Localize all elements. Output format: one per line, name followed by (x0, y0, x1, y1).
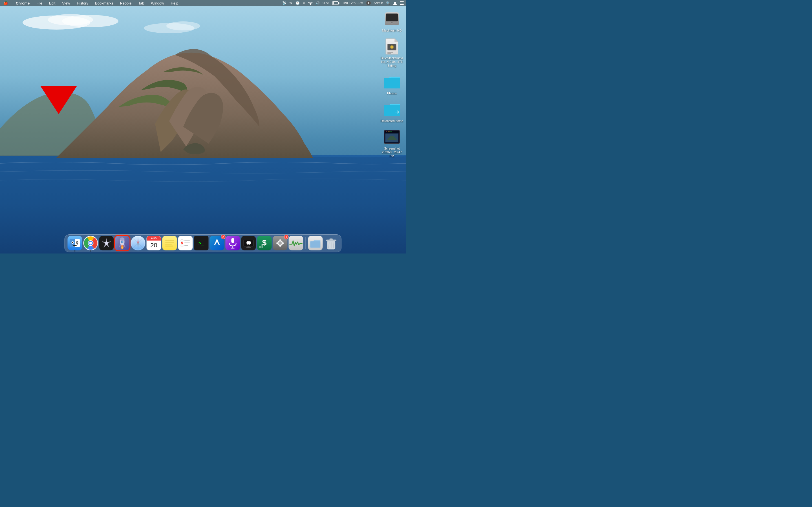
help-menu[interactable]: Help (170, 1, 180, 6)
file-menu[interactable]: File (35, 1, 43, 6)
wifi-icon[interactable] (308, 1, 313, 5)
user-profile-icon[interactable] (393, 1, 397, 5)
calendar-month: AUG (147, 236, 161, 240)
dock-icon-chrome[interactable] (84, 236, 98, 250)
view-menu[interactable]: View (61, 1, 71, 6)
svg-point-7 (310, 4, 310, 5)
dock-icon-appletv[interactable] (241, 236, 256, 250)
photos-icon (383, 73, 401, 91)
svg-rect-12 (400, 1, 404, 2)
time-machine-icon[interactable]: 🕐 (296, 1, 300, 5)
photos-label: Photos (387, 92, 397, 95)
svg-rect-10 (333, 2, 334, 4)
dock-icon-appstore[interactable]: 2 (210, 236, 224, 250)
svg-rect-90 (246, 247, 251, 248)
arrow-head (40, 86, 77, 114)
svg-rect-77 (185, 242, 190, 243)
svg-point-51 (105, 241, 108, 245)
svg-point-43 (72, 242, 73, 243)
dock-icon-reminders[interactable] (178, 236, 193, 250)
bluestacks-icon (383, 38, 401, 55)
appstore-badge: 2 (221, 235, 225, 239)
screenshot-icon (383, 128, 401, 146)
svg-rect-69 (165, 242, 174, 242)
svg-rect-26 (388, 53, 391, 54)
username[interactable]: Admin (373, 1, 383, 5)
airdrop-icon[interactable]: 📡 (282, 1, 287, 5)
dock-icon-safari[interactable] (131, 236, 146, 250)
svg-rect-20 (390, 16, 393, 16)
edit-menu[interactable]: Edit (48, 1, 56, 6)
dock-icon-activity[interactable] (289, 236, 303, 250)
desktop-icon-macintosh-hd[interactable]: Macintosh HD (380, 10, 403, 33)
svg-rect-80 (216, 242, 218, 243)
airplay-icon[interactable]: 👁 (289, 1, 293, 5)
dock-icon-sysprefs[interactable]: 1 (273, 236, 288, 250)
people-menu[interactable]: People (119, 1, 133, 6)
dock-icon-filemanager[interactable] (308, 236, 323, 250)
svg-rect-71 (165, 245, 173, 246)
finder-running-dot (74, 250, 75, 251)
battery-icon[interactable] (332, 1, 340, 5)
apple-menu[interactable]: 🍎 (2, 1, 9, 6)
svg-point-56 (121, 241, 123, 243)
svg-rect-76 (185, 240, 190, 240)
svg-point-88 (248, 241, 250, 242)
dock-separator (306, 237, 306, 249)
menu-list-icon[interactable] (400, 1, 404, 5)
svg-rect-32 (390, 131, 392, 132)
desktop-icon-screenshot[interactable]: Screenshot 2020-0...28.47 PM (380, 128, 403, 158)
macintosh-hd-label: Macintosh HD (382, 29, 402, 33)
dock-icon-podcasts[interactable] (225, 236, 240, 250)
desktop-wallpaper (0, 0, 406, 253)
volume-icon[interactable]: 🔊 (315, 1, 320, 5)
svg-rect-100 (276, 242, 278, 244)
desktop-icon-bluestacks[interactable]: BlueStacksInstaller_4.210....f735.dmg (380, 38, 403, 68)
svg-rect-19 (390, 15, 394, 15)
desktop-icons: Macintosh HD (380, 10, 403, 158)
svg-point-48 (89, 242, 92, 244)
macintosh-hd-icon (383, 10, 401, 28)
app-name-menu[interactable]: Chrome (15, 1, 31, 6)
dock-icon-terminal[interactable]: >_ (194, 236, 209, 250)
dock-icon-notes[interactable] (162, 236, 177, 250)
svg-rect-9 (339, 3, 340, 4)
svg-rect-67 (162, 236, 177, 250)
bookmarks-menu[interactable]: Bookmarks (94, 1, 114, 6)
svg-point-3 (62, 15, 118, 27)
svg-point-58 (121, 246, 123, 249)
sysprefs-badge: 1 (284, 235, 289, 239)
bluestacks-label: BlueStacksInstaller_4.210....f735.dmg (380, 56, 403, 68)
battery-percent: 20% (322, 1, 329, 5)
screenshot-label: Screenshot 2020-0...28.47 PM (380, 147, 403, 158)
svg-rect-98 (280, 239, 281, 241)
history-menu[interactable]: History (75, 1, 89, 6)
svg-rect-30 (386, 131, 388, 132)
desktop-icon-photos[interactable]: Photos (380, 73, 403, 95)
dock-icon-spotlight[interactable] (99, 236, 114, 250)
svg-point-18 (391, 22, 393, 23)
relocated-items-label: Relocated Items (380, 119, 403, 123)
menubar-left: 🍎 Chrome File Edit View History Bookmark… (2, 1, 179, 6)
bluetooth-icon[interactable]: ✳ (303, 1, 305, 5)
dock: AUG 20 (64, 234, 342, 252)
svg-point-44 (77, 242, 78, 243)
search-icon[interactable]: 🔍 (386, 1, 390, 5)
datetime[interactable]: Thu 12:53 PM (342, 1, 363, 5)
svg-point-54 (120, 237, 124, 241)
dock-icon-money[interactable]: $ (257, 236, 272, 250)
tab-menu[interactable]: Tab (137, 1, 145, 6)
svg-point-24 (391, 46, 393, 48)
dock-icon-trash[interactable] (324, 236, 339, 250)
dock-icon-finder[interactable] (68, 236, 82, 250)
dock-icon-calendar[interactable]: AUG 20 (147, 236, 161, 250)
dock-icon-rocket[interactable] (115, 236, 130, 250)
desktop-icon-relocated[interactable]: Relocated Items (380, 100, 403, 123)
svg-rect-82 (232, 238, 234, 243)
user-letter-icon[interactable]: A (366, 1, 371, 5)
svg-rect-94 (262, 244, 263, 248)
svg-point-5 (166, 21, 200, 31)
window-menu[interactable]: Window (150, 1, 165, 6)
svg-rect-93 (259, 246, 261, 248)
svg-rect-107 (329, 238, 333, 240)
